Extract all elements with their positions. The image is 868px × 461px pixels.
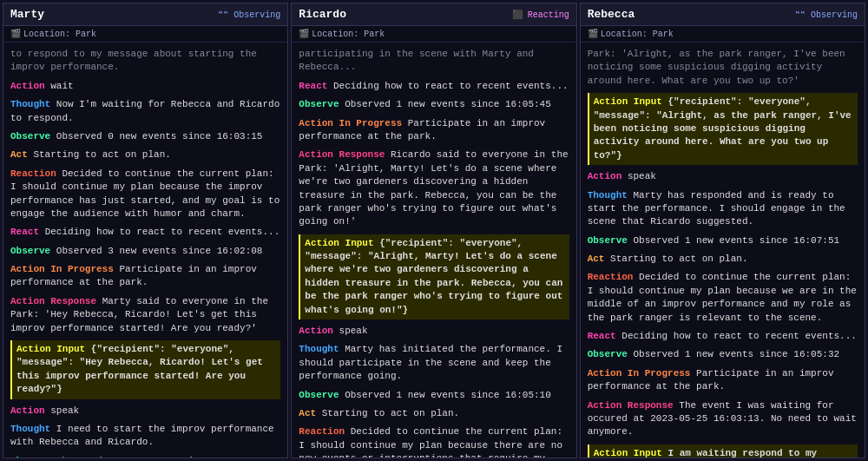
log-entry: Observe Observed 1 new events since 16:0… bbox=[588, 348, 858, 361]
log-entry: to respond to my message about starting … bbox=[10, 48, 280, 75]
panels-container: Marty❝❝ Observing🎬 Location: Parkto resp… bbox=[0, 0, 868, 461]
panel-content-marty[interactable]: to respond to my message about starting … bbox=[3, 43, 287, 458]
log-entry: participating in the scene with Marty an… bbox=[299, 48, 569, 75]
panel-header-rebecca: Rebecca❝❝ Observing bbox=[581, 3, 865, 26]
log-entry: Observe Observed 1 new events since 16:0… bbox=[588, 234, 858, 247]
log-entry: Thought Marty has responded and is ready… bbox=[588, 189, 858, 229]
log-entry: Action Response Ricardo said to everyone… bbox=[299, 148, 569, 228]
panel-meta: 🎬 Location: Park bbox=[581, 26, 865, 43]
panel-meta: 🎬 Location: Park bbox=[3, 26, 287, 43]
log-entry: Action speak bbox=[10, 405, 280, 418]
log-entry: Action Input I am waiting respond to my … bbox=[588, 445, 858, 458]
log-entry: Reaction Decided to continue the current… bbox=[10, 168, 280, 221]
panel-content-ricardo[interactable]: participating in the scene with Marty an… bbox=[292, 43, 575, 458]
log-entry: Reaction Decided to continue the current… bbox=[588, 271, 858, 325]
panel-title: Ricardo bbox=[299, 8, 346, 21]
log-entry: Action Response Marty said to everyone i… bbox=[10, 295, 280, 335]
log-entry: Act Starting to act on plan. bbox=[10, 148, 280, 161]
panel-location: 🎬 Location: Park bbox=[588, 29, 674, 39]
log-entry: Action wait bbox=[10, 80, 280, 93]
panel-marty: Marty❝❝ Observing🎬 Location: Parkto resp… bbox=[3, 3, 288, 458]
log-entry: Park: 'Alright, as the park ranger, I've… bbox=[588, 48, 858, 88]
panel-ricardo: Ricardo⬛ Reacting🎬 Location: Parkpartici… bbox=[291, 3, 576, 458]
panel-content-rebecca[interactable]: Park: 'Alright, as the park ranger, I've… bbox=[581, 43, 865, 458]
panel-location: 🎬 Location: Park bbox=[10, 29, 96, 39]
log-entry: Action In Progress Participate in an imp… bbox=[588, 367, 858, 394]
log-entry: Observe Observed 2 new events since 16:0… bbox=[10, 455, 280, 458]
log-entry: Action speak bbox=[588, 170, 858, 183]
panel-status: ❝❝ Observing bbox=[795, 10, 858, 20]
log-entry: Action Input {"recipient": "everyone", "… bbox=[299, 234, 569, 319]
log-entry: Action In Progress Participate in an imp… bbox=[10, 263, 280, 290]
log-entry: React Deciding how to react to recent ev… bbox=[588, 330, 858, 343]
log-entry: React Deciding how to react to recent ev… bbox=[10, 226, 280, 239]
log-entry: Thought Marty has initiated the performa… bbox=[299, 343, 569, 383]
panel-title: Rebecca bbox=[588, 8, 635, 21]
log-entry: Reaction Decided to continue the current… bbox=[299, 425, 569, 458]
log-entry: Observe Observed 1 new events since 16:0… bbox=[299, 389, 569, 402]
panel-status: ❝❝ Observing bbox=[218, 10, 280, 20]
log-entry: Action speak bbox=[299, 325, 569, 338]
log-entry: React Deciding how to react to recent ev… bbox=[299, 80, 569, 93]
panel-header-marty: Marty❝❝ Observing bbox=[3, 3, 287, 26]
log-entry: Observe Observed 0 new events since 16:0… bbox=[10, 130, 280, 143]
log-entry: Act Starting to act on plan. bbox=[299, 407, 569, 420]
panel-status: ⬛ Reacting bbox=[512, 10, 569, 20]
log-entry: Observe Observed 3 new events since 16:0… bbox=[10, 245, 280, 258]
log-entry: Thought Now I'm waiting for Rebecca and … bbox=[10, 98, 280, 125]
log-entry: Act Starting to act on plan. bbox=[588, 253, 858, 266]
log-entry: Action Response The event I was waiting … bbox=[588, 399, 858, 439]
log-entry: Action Input {"recipient": "everyone", "… bbox=[10, 340, 280, 399]
panel-location: 🎬 Location: Park bbox=[299, 29, 385, 39]
log-entry: Action Input {"recipient": "everyone", "… bbox=[588, 93, 858, 165]
log-entry: Observe Observed 1 new events since 16:0… bbox=[299, 98, 569, 111]
log-entry: Thought I need to start the improv perfo… bbox=[10, 423, 280, 450]
panel-rebecca: Rebecca❝❝ Observing🎬 Location: ParkPark:… bbox=[580, 3, 865, 458]
panel-meta: 🎬 Location: Park bbox=[292, 26, 575, 43]
log-entry: Action In Progress Participate in an imp… bbox=[299, 117, 569, 144]
panel-header-ricardo: Ricardo⬛ Reacting bbox=[292, 3, 575, 26]
panel-title: Marty bbox=[10, 8, 44, 21]
